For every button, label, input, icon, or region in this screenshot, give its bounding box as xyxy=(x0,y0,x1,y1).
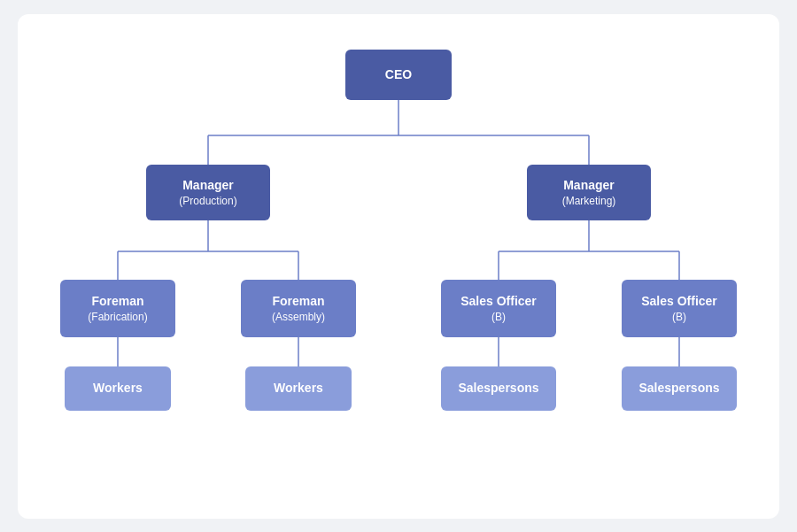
foreman-fab-title: Foreman xyxy=(91,293,143,309)
manager-marketing-node: Manager (Marketing) xyxy=(527,165,651,220)
workers1-node: Workers xyxy=(65,366,171,411)
sales-officer-b1-subtitle: (B) xyxy=(491,311,506,323)
salespersons2-node: Salespersons xyxy=(622,366,737,411)
manager-prod-title: Manager xyxy=(182,177,234,193)
sales-officer-b2-node: Sales Officer (B) xyxy=(622,280,737,337)
ceo-title: CEO xyxy=(385,66,412,82)
manager-mkt-subtitle: (Marketing) xyxy=(562,195,616,207)
workers2-node: Workers xyxy=(245,366,352,411)
manager-production-node: Manager (Production) xyxy=(146,165,270,220)
foreman-asm-title: Foreman xyxy=(272,293,324,309)
manager-mkt-title: Manager xyxy=(563,177,615,193)
manager-prod-subtitle: (Production) xyxy=(179,195,236,207)
salespersons1-node: Salespersons xyxy=(441,366,556,411)
foreman-fab-subtitle: (Fabrication) xyxy=(88,311,147,323)
workers2-title: Workers xyxy=(274,380,323,396)
sales-officer-b1-title: Sales Officer xyxy=(460,293,537,309)
salespersons2-title: Salespersons xyxy=(638,380,719,396)
sales-officer-b2-subtitle: (B) xyxy=(672,311,686,323)
ceo-node: CEO xyxy=(345,50,452,100)
workers1-title: Workers xyxy=(93,380,143,396)
foreman-assembly-node: Foreman (Assembly) xyxy=(241,280,356,337)
sales-officer-b2-title: Sales Officer xyxy=(641,293,717,309)
foreman-asm-subtitle: (Assembly) xyxy=(272,311,325,323)
sales-officer-b1-node: Sales Officer (B) xyxy=(441,280,556,337)
org-chart: CEO Manager (Production) Manager (Market… xyxy=(18,14,779,519)
salespersons1-title: Salespersons xyxy=(458,380,538,396)
foreman-fabrication-node: Foreman (Fabrication) xyxy=(60,280,175,337)
